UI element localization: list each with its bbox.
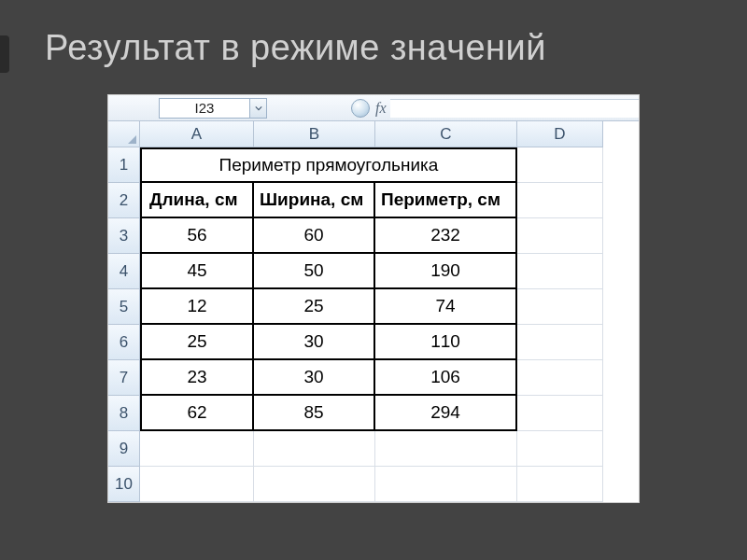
- cell-d3[interactable]: [517, 218, 603, 254]
- cell-d7[interactable]: [517, 360, 603, 396]
- corner-triangle-icon: [128, 135, 136, 144]
- name-box[interactable]: I23: [159, 98, 250, 119]
- cell-c6[interactable]: 110: [375, 325, 517, 360]
- name-box-dropdown[interactable]: [250, 98, 267, 119]
- chevron-down-icon: [255, 105, 262, 112]
- row-header[interactable]: 5: [108, 289, 140, 325]
- excel-screenshot: I23 fx A B C D 1 Периметр прямоугольника…: [107, 94, 640, 503]
- slide: Результат в режиме значений I23 fx A B C…: [0, 0, 747, 560]
- cell-c3[interactable]: 232: [375, 218, 517, 254]
- cell-b7[interactable]: 30: [254, 360, 375, 396]
- cell-c4[interactable]: 190: [375, 254, 517, 289]
- fx-area: fx: [351, 99, 387, 118]
- row-header[interactable]: 10: [108, 467, 140, 502]
- formula-bar-row: I23 fx: [108, 95, 639, 121]
- cell-b9[interactable]: [254, 431, 375, 467]
- cell-c7[interactable]: 106: [375, 360, 517, 396]
- select-all-corner[interactable]: [108, 121, 140, 147]
- title-bullet: [0, 35, 9, 73]
- cell-d4[interactable]: [517, 254, 603, 289]
- cell-d8[interactable]: [517, 396, 603, 431]
- cell-d1[interactable]: [517, 147, 603, 183]
- cell-a4[interactable]: 45: [140, 254, 254, 289]
- cell-d9[interactable]: [517, 431, 603, 467]
- header-perimeter[interactable]: Периметр, см: [375, 183, 517, 218]
- col-header-d[interactable]: D: [517, 121, 603, 147]
- fx-label[interactable]: fx: [375, 100, 387, 117]
- formula-input[interactable]: [390, 99, 639, 118]
- merged-title-cell[interactable]: Периметр прямоугольника: [140, 147, 517, 183]
- cell-d5[interactable]: [517, 289, 603, 325]
- cell-d6[interactable]: [517, 325, 603, 360]
- row-header[interactable]: 7: [108, 360, 140, 396]
- cell-d10[interactable]: [517, 467, 603, 502]
- col-header-b[interactable]: B: [254, 121, 375, 147]
- cell-b4[interactable]: 50: [254, 254, 375, 289]
- col-header-c[interactable]: C: [375, 121, 517, 147]
- cell-b6[interactable]: 30: [254, 325, 375, 360]
- spreadsheet-grid: A B C D 1 Периметр прямоугольника 2 Длин…: [108, 121, 639, 502]
- cell-c10[interactable]: [375, 467, 517, 502]
- cell-b5[interactable]: 25: [254, 289, 375, 325]
- row-header[interactable]: 6: [108, 325, 140, 360]
- row-header[interactable]: 4: [108, 254, 140, 289]
- row-header[interactable]: 9: [108, 431, 140, 467]
- cell-a8[interactable]: 62: [140, 396, 254, 431]
- row-header[interactable]: 8: [108, 396, 140, 431]
- header-length[interactable]: Длина, см: [140, 183, 254, 218]
- col-header-a[interactable]: A: [140, 121, 254, 147]
- cell-a7[interactable]: 23: [140, 360, 254, 396]
- cell-b8[interactable]: 85: [254, 396, 375, 431]
- cell-b10[interactable]: [254, 467, 375, 502]
- cell-a10[interactable]: [140, 467, 254, 502]
- cell-c9[interactable]: [375, 431, 517, 467]
- cell-a3[interactable]: 56: [140, 218, 254, 254]
- cell-c5[interactable]: 74: [375, 289, 517, 325]
- slide-title: Результат в режиме значений: [45, 28, 710, 68]
- row-header[interactable]: 2: [108, 183, 140, 218]
- row-header[interactable]: 1: [108, 147, 140, 183]
- insert-function-icon[interactable]: [351, 99, 370, 118]
- cell-b3[interactable]: 60: [254, 218, 375, 254]
- cell-a5[interactable]: 12: [140, 289, 254, 325]
- cell-c8[interactable]: 294: [375, 396, 517, 431]
- cell-a6[interactable]: 25: [140, 325, 254, 360]
- header-width[interactable]: Ширина, см: [254, 183, 375, 218]
- cell-d2[interactable]: [517, 183, 603, 218]
- cell-a9[interactable]: [140, 431, 254, 467]
- row-header[interactable]: 3: [108, 218, 140, 254]
